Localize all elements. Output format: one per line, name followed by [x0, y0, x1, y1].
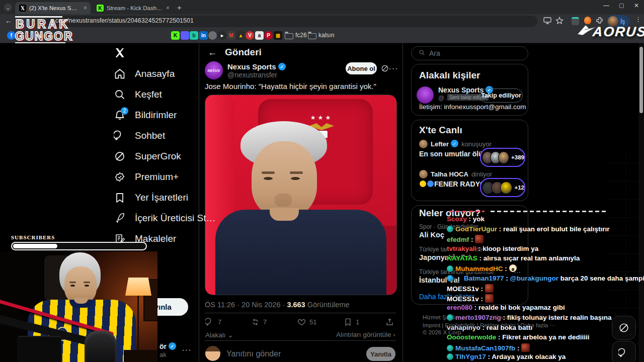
- browser-menu-icon[interactable]: ⋮: [635, 16, 641, 23]
- reply-input[interactable]: Yanıtını gönder: [226, 349, 281, 358]
- live-host-row[interactable]: Talha HOCAdinliyor: [419, 170, 492, 178]
- divider: [205, 313, 396, 313]
- chat-username[interactable]: tvtrakyali: [447, 245, 476, 252]
- post-more-icon[interactable]: ···: [389, 64, 398, 73]
- send-to-device-icon[interactable]: [543, 17, 551, 27]
- action-bmark-button[interactable]: 1: [343, 317, 359, 327]
- sidebar-item-bell[interactable]: 2Bildirimler: [107, 107, 197, 124]
- view-quotes-link[interactable]: Alıntıları görüntüle ›: [336, 331, 395, 338]
- streamer-eyebrow: [84, 282, 90, 283]
- person-eye: [264, 177, 273, 180]
- live-host-row[interactable]: Lefterkonuşuyor: [419, 140, 492, 148]
- related-filter-label: Alakalı: [205, 331, 226, 339]
- bookmark-app-v-icon[interactable]: V: [246, 31, 254, 40]
- chat-username[interactable]: MOESS1v: [447, 285, 479, 293]
- bookmark-drive-icon[interactable]: ▲: [236, 31, 245, 40]
- grok-floating-button[interactable]: [612, 316, 636, 340]
- browser-tab-x[interactable]: 𝕏 (2) X'te Nexus Sports: "Jose Mo ×: [15, 2, 91, 14]
- chat-username[interactable]: Batman1977: [464, 275, 504, 282]
- trend-title[interactable]: Ali Koç: [419, 231, 444, 239]
- live-listeners-pill[interactable]: +389: [480, 148, 525, 167]
- subscribe-button[interactable]: Abone ol: [346, 62, 377, 74]
- window-close-button[interactable]: ✕: [634, 2, 639, 9]
- new-tab-button[interactable]: +: [177, 3, 182, 12]
- back-icon[interactable]: ←: [5, 16, 13, 25]
- chat-badge-icon: [455, 275, 462, 282]
- chat-username[interactable]: MOESS1v: [447, 295, 479, 303]
- x-logo[interactable]: [114, 47, 126, 59]
- messages-floating-button[interactable]: [612, 341, 636, 362]
- url-text[interactable]: x.com/nexustransfer/status/2046324525772…: [50, 17, 194, 24]
- tab-close-icon[interactable]: ×: [84, 5, 87, 12]
- chat-username[interactable]: MustafaCan1907fb: [455, 344, 515, 352]
- chat-separator: :: [477, 254, 484, 262]
- chat-text: reali şuan erol bulut bile çalıştırır: [503, 225, 610, 233]
- chat-username[interactable]: KAYATAS: [447, 254, 477, 262]
- bookmark-amazon-icon[interactable]: a: [255, 31, 264, 40]
- author-avatar[interactable]: NEXUS: [205, 61, 223, 79]
- bookmark-gmail-icon[interactable]: M: [227, 31, 235, 40]
- chat-username[interactable]: Oooosterwolde: [447, 333, 496, 341]
- chat-text: yok: [473, 215, 485, 223]
- following-button[interactable]: Takip ediliyor: [479, 88, 523, 103]
- live-listeners-pill[interactable]: +12: [480, 178, 525, 197]
- action-repost-button[interactable]: 7: [251, 317, 267, 327]
- bookmark-folder-label[interactable]: fc26: [295, 32, 307, 39]
- post-image[interactable]: ★★★: [205, 95, 397, 295]
- bookmark-app-teal-icon[interactable]: b: [190, 31, 198, 40]
- action-share-button[interactable]: [385, 317, 397, 327]
- chat-username[interactable]: eren080: [447, 304, 472, 311]
- live-host-avatar: [419, 140, 428, 148]
- chat-username[interactable]: TlhYgn17: [455, 353, 486, 360]
- sidebar-item-home[interactable]: Anasayfa: [107, 65, 197, 82]
- bookmark-kick-icon[interactable]: K: [171, 31, 180, 40]
- search-input[interactable]: Ara: [411, 46, 528, 60]
- bookmark-facebook-icon[interactable]: f: [7, 31, 16, 40]
- sidebar-item-grok[interactable]: SuperGrok: [107, 148, 197, 165]
- action-reply-button[interactable]: 7: [205, 317, 221, 327]
- sidebar-item-search[interactable]: Keşfet: [107, 86, 197, 103]
- scrollbar-thumb[interactable]: [639, 47, 643, 113]
- tab-search-button[interactable]: ⌄: [4, 4, 12, 12]
- webcam-shadow: [124, 350, 157, 362]
- chat-username[interactable]: vahapinyo: [447, 324, 480, 331]
- sidebar-item-rocket[interactable]: İçerik Üreticisi St…: [107, 210, 197, 227]
- action-heart-button[interactable]: 51: [297, 317, 316, 327]
- author-name[interactable]: Nexus Sports: [227, 62, 286, 71]
- window-minimize-button[interactable]: —: [603, 2, 609, 9]
- sidebar-item-chat[interactable]: Sohbet: [107, 127, 197, 144]
- related-avatar[interactable]: [417, 86, 434, 104]
- back-arrow-icon[interactable]: ←: [208, 47, 217, 58]
- chat-username[interactable]: MuhammedHC: [455, 265, 503, 273]
- x-favicon: 𝕏: [19, 5, 26, 12]
- chat-username[interactable]: Scoxy: [447, 215, 467, 223]
- chat-message: MustafaCan1907fb :: [447, 343, 530, 352]
- tab-close-icon[interactable]: ×: [166, 5, 170, 12]
- sidebar-profile-name[interactable]: ör: [159, 342, 176, 350]
- sidebar-item-premium[interactable]: Premium+: [107, 168, 197, 186]
- window-maximize-button[interactable]: ▢: [619, 2, 624, 9]
- related-filter[interactable]: Alakalı ⌄: [205, 331, 233, 339]
- live-listener-count: +389: [511, 154, 524, 160]
- sidebar-item-bookmark[interactable]: Yer İşaretleri: [107, 189, 197, 206]
- sidebar-item-label: Premium+: [135, 171, 179, 183]
- sidebar-profile-menu-icon[interactable]: ···: [182, 346, 192, 355]
- bookmark-folder-label[interactable]: kalsın: [318, 32, 334, 39]
- chat-username[interactable]: GodTierUgur: [455, 225, 497, 233]
- bookmark-play-icon[interactable]: ▸: [218, 31, 226, 40]
- bookmark-folder-icon[interactable]: [308, 33, 316, 39]
- live-topic[interactable]: En son umutlar ölür: [419, 150, 486, 158]
- browser-tab-kick[interactable]: K Stream - Kick Dashboard ×: [93, 2, 173, 14]
- bookmark-app-gray-icon[interactable]: [208, 31, 217, 40]
- chat-username[interactable]: merto1907zng: [455, 314, 501, 321]
- grok-icon[interactable]: [381, 64, 389, 72]
- chat-username[interactable]: efedmf: [447, 236, 469, 243]
- bookmark-linkedin-icon[interactable]: in: [199, 31, 208, 40]
- bookmark-star-icon[interactable]: [555, 17, 564, 27]
- bookmark-pinterest-icon[interactable]: P: [264, 31, 273, 40]
- reply-button[interactable]: Yanıtla: [366, 347, 395, 361]
- bookmark-app-purple-icon[interactable]: [181, 31, 189, 40]
- bookmark-app-box-icon[interactable]: ▦: [274, 31, 282, 40]
- bookmark-folder-icon[interactable]: [285, 33, 293, 39]
- live-card-title: X'te Canlı: [419, 125, 462, 136]
